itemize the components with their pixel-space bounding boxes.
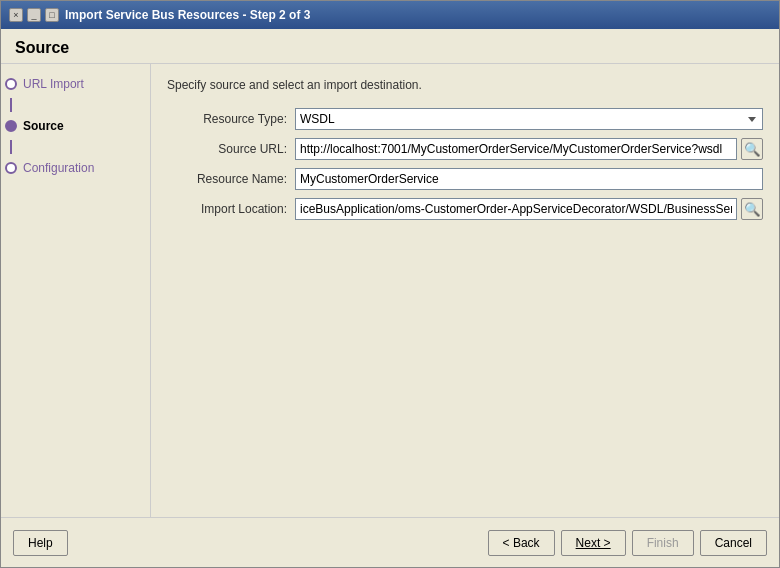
import-location-label: Import Location: (167, 202, 287, 216)
footer: Help < Back Next > Finish Cancel (1, 517, 779, 567)
main-content: Source URL Import Source (1, 29, 779, 517)
source-url-input[interactable] (295, 138, 737, 160)
page-title: Source (15, 39, 69, 56)
help-label: Help (28, 536, 53, 550)
window-controls: × _ □ (9, 8, 59, 22)
url-import-icon (5, 78, 17, 90)
finish-button[interactable]: Finish (632, 530, 694, 556)
import-location-input[interactable] (295, 198, 737, 220)
url-import-label[interactable]: URL Import (23, 77, 84, 91)
source-url-row: Source URL: 🔍 (167, 138, 763, 160)
help-button[interactable]: Help (13, 530, 68, 556)
footer-right: < Back Next > Finish Cancel (488, 530, 767, 556)
source-url-browse-button[interactable]: 🔍 (741, 138, 763, 160)
sidebar-item-configuration[interactable]: Configuration (5, 158, 146, 178)
import-location-wrapper: 🔍 (295, 198, 763, 220)
back-label: < Back (503, 536, 540, 550)
right-panel: Specify source and select an import dest… (151, 64, 779, 517)
cancel-label: Cancel (715, 536, 752, 550)
resource-name-wrapper (295, 168, 763, 190)
source-label[interactable]: Source (23, 119, 64, 133)
resource-name-input[interactable] (295, 168, 763, 190)
restore-button[interactable]: □ (45, 8, 59, 22)
import-location-row: Import Location: 🔍 (167, 198, 763, 220)
step-connector-2 (10, 140, 12, 154)
sidebar: URL Import Source Configuration (1, 64, 151, 517)
source-url-wrapper: 🔍 (295, 138, 763, 160)
next-label: Next > (576, 536, 611, 550)
body-area: URL Import Source Configuration Specify … (1, 64, 779, 517)
finish-label: Finish (647, 536, 679, 550)
form-area: Resource Type: WSDL XSD WADL Source URL: (167, 108, 763, 220)
search-icon-2: 🔍 (744, 202, 761, 217)
resource-type-wrapper: WSDL XSD WADL (295, 108, 763, 130)
source-icon (5, 120, 17, 132)
resource-type-label: Resource Type: (167, 112, 287, 126)
configuration-icon (5, 162, 17, 174)
back-button[interactable]: < Back (488, 530, 555, 556)
resource-name-row: Resource Name: (167, 168, 763, 190)
main-window: × _ □ Import Service Bus Resources - Ste… (0, 0, 780, 568)
page-header: Source (1, 29, 779, 64)
instruction-text: Specify source and select an import dest… (167, 78, 763, 92)
footer-left: Help (13, 530, 488, 556)
cancel-button[interactable]: Cancel (700, 530, 767, 556)
minimize-button[interactable]: _ (27, 8, 41, 22)
sidebar-item-url-import[interactable]: URL Import (5, 74, 146, 94)
resource-name-label: Resource Name: (167, 172, 287, 186)
resource-type-select[interactable]: WSDL XSD WADL (295, 108, 763, 130)
next-button[interactable]: Next > (561, 530, 626, 556)
sidebar-item-source[interactable]: Source (5, 116, 146, 136)
title-bar: × _ □ Import Service Bus Resources - Ste… (1, 1, 779, 29)
close-button[interactable]: × (9, 8, 23, 22)
search-icon: 🔍 (744, 142, 761, 157)
resource-type-row: Resource Type: WSDL XSD WADL (167, 108, 763, 130)
import-location-browse-button[interactable]: 🔍 (741, 198, 763, 220)
configuration-label[interactable]: Configuration (23, 161, 94, 175)
window-title: Import Service Bus Resources - Step 2 of… (65, 8, 771, 22)
source-url-label: Source URL: (167, 142, 287, 156)
step-connector-1 (10, 98, 12, 112)
